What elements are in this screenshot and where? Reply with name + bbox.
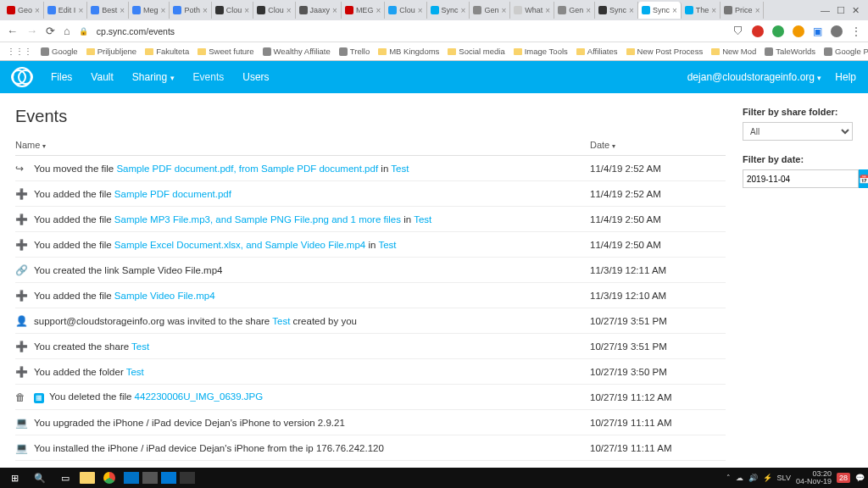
- chrome-icon[interactable]: [98, 469, 120, 486]
- event-row: ➕You added the file Sample Excel Documen…: [15, 232, 726, 258]
- event-link[interactable]: Test: [131, 341, 149, 352]
- col-date[interactable]: Date ▾: [590, 140, 726, 150]
- user-icon: 👤: [15, 315, 34, 327]
- extension-icon[interactable]: [772, 25, 784, 37]
- nav-events[interactable]: Events: [193, 71, 225, 83]
- nav-files[interactable]: Files: [51, 71, 72, 83]
- app-icon[interactable]: [161, 472, 176, 484]
- nav-sharing[interactable]: Sharing ▾: [132, 71, 175, 83]
- browser-tab[interactable]: Sync×: [638, 2, 682, 19]
- browser-tab[interactable]: Clou×: [253, 2, 295, 19]
- back-button[interactable]: ←: [7, 25, 18, 37]
- browser-tab-strip: Geo×Edit I×Best×Meg×Poth×Clou×Clou×Jaaxy…: [0, 0, 868, 20]
- start-button[interactable]: ⊞: [3, 469, 25, 486]
- browser-tab[interactable]: Edit I×: [44, 2, 87, 19]
- extension-icon[interactable]: [752, 25, 764, 37]
- extension-icon[interactable]: ▣: [813, 25, 822, 37]
- add-icon: ➕: [15, 188, 34, 200]
- nav-users[interactable]: Users: [242, 71, 269, 83]
- user-menu[interactable]: dejan@cloudstorageinfo.org ▾: [687, 71, 822, 83]
- extension-icon[interactable]: ⛉: [733, 25, 743, 37]
- bookmark-item[interactable]: Google Prevajalnik: [824, 47, 868, 56]
- bookmark-item[interactable]: Priljubljene: [86, 47, 136, 56]
- bookmark-item[interactable]: Google: [41, 47, 78, 56]
- sync-logo[interactable]: [12, 67, 32, 87]
- forward-button[interactable]: →: [26, 25, 37, 37]
- browser-tab[interactable]: MEG×: [342, 2, 385, 19]
- bookmark-item[interactable]: TaleWorlds: [765, 47, 815, 56]
- event-link[interactable]: Sample PDF document.pdf, from Sample PDF…: [116, 164, 378, 174]
- tray-chevron[interactable]: ˄: [726, 474, 731, 482]
- apps-icon[interactable]: ⋮⋮⋮: [7, 47, 32, 56]
- add-icon: ➕: [15, 290, 34, 302]
- tray-icon[interactable]: ⚡: [763, 474, 772, 482]
- browser-tab[interactable]: Best×: [87, 2, 129, 19]
- tray-icon[interactable]: ☁: [736, 474, 743, 482]
- browser-tab[interactable]: Meg×: [129, 2, 170, 19]
- profile-icon[interactable]: [831, 25, 843, 37]
- nav-vault[interactable]: Vault: [91, 71, 113, 83]
- bookmark-item[interactable]: New Mod: [711, 47, 756, 56]
- close-button[interactable]: ✕: [852, 5, 860, 16]
- event-date: 10/27/19 3:50 PM: [590, 367, 726, 377]
- link-icon: 🔗: [15, 264, 34, 276]
- help-link[interactable]: Help: [835, 71, 856, 83]
- clock[interactable]: 03:20 04-Nov-19: [796, 470, 832, 485]
- event-link[interactable]: Sample Excel Document.xlsx, and Sample V…: [114, 240, 365, 250]
- bookmark-item[interactable]: MB Kingdoms: [378, 47, 439, 56]
- explorer-icon[interactable]: [80, 472, 95, 484]
- browser-tab[interactable]: Poth×: [170, 2, 211, 19]
- bookmark-item[interactable]: Image Tools: [514, 47, 568, 56]
- browser-tab[interactable]: Gen×: [470, 2, 510, 19]
- trash-icon: 🗑: [15, 391, 34, 403]
- event-link[interactable]: 442230006U_IMG_0639.JPG: [135, 391, 264, 402]
- reload-button[interactable]: ⟳: [46, 25, 55, 37]
- browser-tab[interactable]: Clou×: [212, 2, 253, 19]
- app-icon[interactable]: [180, 472, 195, 484]
- calendar-button[interactable]: 📅: [859, 169, 868, 188]
- bookmark-item[interactable]: Wealthy Affiliate: [263, 47, 331, 56]
- calendar-badge[interactable]: 28: [837, 473, 850, 483]
- event-link[interactable]: Test: [414, 214, 431, 225]
- minimize-button[interactable]: —: [821, 5, 830, 16]
- event-link[interactable]: Sample PDF document.pdf: [114, 189, 231, 199]
- event-link[interactable]: Sample Video File.mp4: [114, 291, 215, 301]
- tray-icon[interactable]: 🔊: [748, 474, 758, 482]
- search-button[interactable]: 🔍: [29, 469, 51, 486]
- bookmark-item[interactable]: Sweet future: [198, 47, 253, 56]
- app-icon[interactable]: [142, 472, 158, 484]
- event-link[interactable]: Test: [272, 316, 290, 326]
- event-link[interactable]: Test: [378, 240, 396, 250]
- col-name[interactable]: Name ▾: [15, 140, 590, 150]
- task-view[interactable]: ▭: [54, 469, 76, 486]
- url-text[interactable]: cp.sync.com/events: [97, 26, 175, 36]
- tray-lang[interactable]: SLV: [777, 474, 791, 482]
- deleted-badge-icon: ▦: [34, 393, 44, 403]
- browser-tab[interactable]: Sync×: [427, 2, 470, 19]
- browser-tab[interactable]: Gen×: [554, 2, 595, 19]
- outlook-icon[interactable]: [124, 472, 139, 484]
- filter-folder-select[interactable]: All: [743, 122, 853, 141]
- browser-tab[interactable]: Geo×: [3, 2, 44, 19]
- browser-tab[interactable]: Sync×: [595, 2, 638, 19]
- bookmark-item[interactable]: New Post Process: [626, 47, 704, 56]
- event-link[interactable]: Sample MP3 File.mp3, and Sample PNG File…: [114, 214, 401, 225]
- browser-tab[interactable]: The×: [682, 2, 721, 19]
- bookmark-item[interactable]: Trello: [339, 47, 370, 56]
- extension-icon[interactable]: [793, 25, 804, 37]
- add-icon: ➕: [15, 366, 34, 378]
- bookmark-item[interactable]: Fakulteta: [145, 47, 189, 56]
- browser-tab[interactable]: Jaaxy×: [296, 2, 342, 19]
- notifications-icon[interactable]: 💬: [855, 474, 865, 482]
- home-button[interactable]: ⌂: [64, 25, 70, 37]
- browser-tab[interactable]: What×: [510, 2, 554, 19]
- browser-tab[interactable]: Clou×: [385, 2, 426, 19]
- maximize-button[interactable]: ☐: [837, 5, 845, 16]
- event-link[interactable]: Test: [126, 367, 144, 377]
- browser-tab[interactable]: Price×: [721, 2, 764, 19]
- menu-icon[interactable]: ⋮: [851, 25, 861, 37]
- event-link[interactable]: Test: [391, 164, 409, 174]
- bookmark-item[interactable]: Affiliates: [576, 47, 618, 56]
- bookmark-item[interactable]: Social media: [448, 47, 504, 56]
- filter-date-input[interactable]: [743, 169, 859, 188]
